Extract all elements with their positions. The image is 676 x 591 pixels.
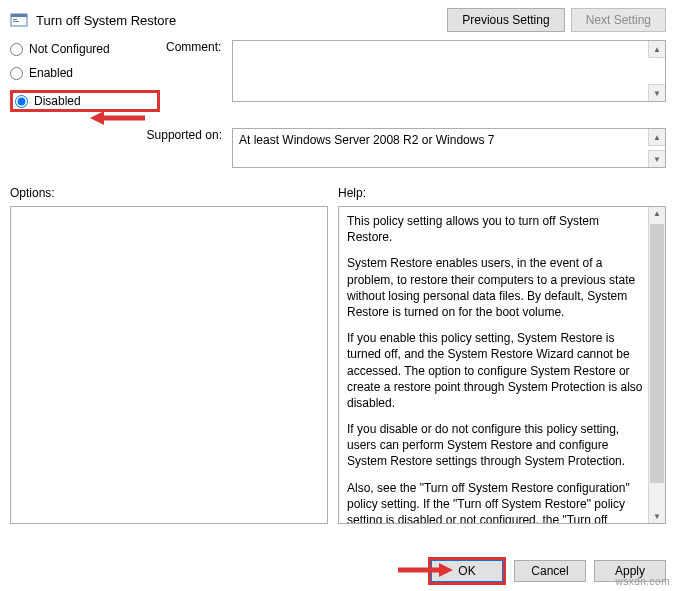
radio-not-configured[interactable]: Not Configured <box>10 42 160 56</box>
help-text: System Restore enables users, in the eve… <box>347 255 643 320</box>
scroll-up-icon[interactable]: ▲ <box>648 129 665 146</box>
svg-marker-7 <box>439 563 453 577</box>
scrollbar-thumb[interactable] <box>650 224 664 483</box>
svg-marker-5 <box>90 111 104 125</box>
policy-icon <box>10 11 28 29</box>
scroll-down-icon[interactable]: ▼ <box>648 84 665 101</box>
help-scrollbar[interactable] <box>648 207 665 523</box>
svg-rect-3 <box>13 21 19 22</box>
annotation-arrow-icon <box>90 108 150 131</box>
radio-not-configured-label: Not Configured <box>29 42 110 56</box>
comment-label: Comment: <box>166 40 226 54</box>
options-panel <box>10 206 328 524</box>
annotation-arrow-icon <box>398 560 458 583</box>
radio-enabled[interactable]: Enabled <box>10 66 160 80</box>
radio-disabled-label: Disabled <box>34 94 81 108</box>
help-text: If you enable this policy setting, Syste… <box>347 330 643 411</box>
radio-enabled-label: Enabled <box>29 66 73 80</box>
help-label: Help: <box>338 186 666 200</box>
help-panel: This policy setting allows you to turn o… <box>338 206 666 524</box>
supported-on-box: At least Windows Server 2008 R2 or Windo… <box>232 128 666 168</box>
next-setting-button[interactable]: Next Setting <box>571 8 666 32</box>
radio-disabled-input[interactable] <box>15 95 28 108</box>
previous-setting-button[interactable]: Previous Setting <box>447 8 564 32</box>
svg-rect-2 <box>13 19 17 20</box>
radio-enabled-input[interactable] <box>10 67 23 80</box>
svg-rect-1 <box>11 14 27 17</box>
scroll-up-icon[interactable]: ▲ <box>648 41 665 58</box>
cancel-button[interactable]: Cancel <box>514 560 586 582</box>
dialog-title: Turn off System Restore <box>36 13 176 28</box>
comment-textarea[interactable]: ▲ ▼ <box>232 40 666 102</box>
radio-not-configured-input[interactable] <box>10 43 23 56</box>
help-text: Also, see the "Turn off System Restore c… <box>347 480 643 524</box>
options-label: Options: <box>10 186 328 200</box>
scroll-down-icon[interactable]: ▼ <box>648 150 665 167</box>
supported-on-text: At least Windows Server 2008 R2 or Windo… <box>239 133 494 147</box>
radio-disabled[interactable]: Disabled <box>15 94 81 108</box>
help-text: This policy setting allows you to turn o… <box>347 213 643 245</box>
help-text: If you disable or do not configure this … <box>347 421 643 470</box>
watermark-text: wsxdn.com <box>615 576 670 587</box>
